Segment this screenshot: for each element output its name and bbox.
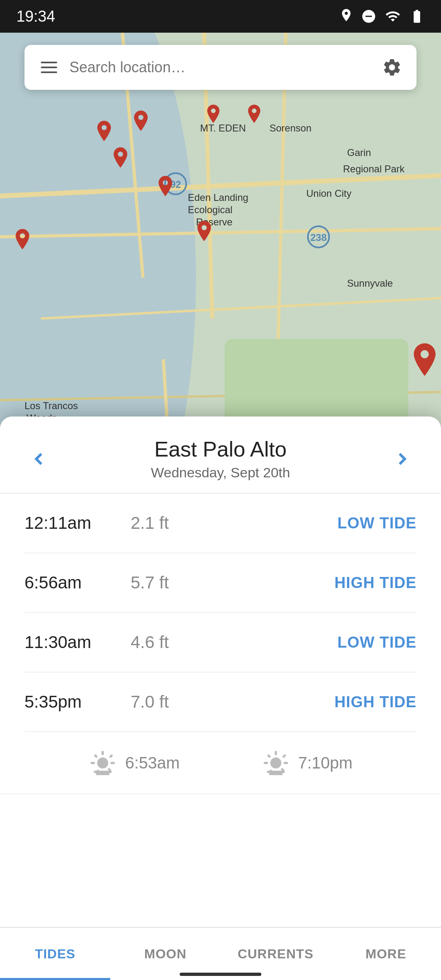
location-date: Wednesday, Sept 20th — [53, 465, 388, 481]
map-marker-5[interactable] — [110, 147, 131, 173]
dnd-status-icon — [361, 9, 376, 24]
map-marker-right[interactable] — [408, 343, 441, 383]
map-marker-1[interactable] — [94, 120, 114, 147]
map-marker-6[interactable] — [155, 176, 176, 202]
status-time: 19:34 — [16, 8, 55, 25]
tide-time-1: 6:56am — [24, 573, 131, 592]
home-indicator — [180, 973, 261, 976]
sunrise-item: 6:53am — [89, 748, 180, 777]
map-label-ecological: Ecological — [188, 204, 232, 216]
map-label-regional: Regional Park — [343, 163, 405, 175]
tab-bar: TIDES MOON CURRENTS MORE — [0, 927, 441, 980]
sunset-time: 7:10pm — [298, 754, 352, 772]
tide-label-3: HIGH TIDE — [334, 693, 416, 711]
tab-currents[interactable]: CURRENTS — [220, 928, 331, 980]
tide-label-2: LOW TIDE — [337, 634, 416, 651]
map-label-union-city: Union City — [306, 188, 352, 199]
sunset-item: 7:10pm — [261, 748, 352, 777]
tide-label-1: HIGH TIDE — [334, 574, 416, 592]
sun-times-row: 6:53am 7:10pm — [0, 732, 441, 794]
map-label-sunnyvale: Sunnyvale — [347, 278, 393, 289]
tide-row-2: 11:30am 4.6 ft LOW TIDE — [24, 613, 416, 673]
tide-height-2: 4.6 ft — [131, 633, 337, 652]
menu-button[interactable] — [37, 55, 61, 80]
tide-time-3: 5:35pm — [24, 692, 131, 712]
search-bar — [24, 45, 416, 90]
tide-height-3: 7.0 ft — [131, 692, 334, 712]
tide-list: 12:11am 2.1 ft LOW TIDE 6:56am 5.7 ft HI… — [0, 494, 441, 732]
bottom-sheet: East Palo Alto Wednesday, Sept 20th 12:1… — [0, 416, 441, 980]
sheet-header: East Palo Alto Wednesday, Sept 20th — [0, 416, 441, 494]
search-input[interactable] — [61, 59, 380, 76]
tide-label-0: LOW TIDE — [337, 514, 416, 532]
location-info: East Palo Alto Wednesday, Sept 20th — [53, 437, 388, 481]
tab-more[interactable]: MORE — [331, 928, 441, 980]
tide-row-0: 12:11am 2.1 ft LOW TIDE — [24, 494, 416, 553]
map-label-los-trancos: Los Trancos — [24, 400, 78, 412]
status-bar: 19:34 — [0, 0, 441, 33]
status-icons — [339, 7, 425, 25]
tide-row-3: 5:35pm 7.0 ft HIGH TIDE — [24, 673, 416, 732]
sunrise-icon — [89, 748, 117, 777]
tide-height-1: 5.7 ft — [131, 573, 334, 592]
tide-time-0: 12:11am — [24, 513, 131, 533]
tide-row-1: 6:56am 5.7 ft HIGH TIDE — [24, 553, 416, 613]
location-name: East Palo Alto — [53, 437, 388, 461]
tide-height-0: 2.1 ft — [131, 513, 337, 533]
map-marker-8[interactable] — [12, 229, 33, 255]
map-label-sorenson: Sorenson — [270, 122, 312, 134]
svg-text:238: 238 — [310, 232, 327, 243]
sunrise-time: 6:53am — [125, 754, 180, 772]
location-status-icon — [339, 7, 354, 25]
tab-tides[interactable]: TIDES — [0, 928, 110, 980]
sunset-icon — [261, 748, 290, 777]
map-marker-7[interactable] — [194, 220, 214, 247]
map-label-eden: Eden Landing — [188, 192, 248, 203]
tide-time-2: 11:30am — [24, 633, 131, 652]
battery-status-icon — [409, 9, 425, 24]
map-label-garin: Garin — [347, 147, 371, 158]
next-button[interactable] — [388, 445, 416, 473]
map-marker-4[interactable] — [245, 104, 263, 128]
tab-moon[interactable]: MOON — [110, 928, 220, 980]
map-marker-2[interactable] — [131, 110, 151, 136]
wifi-status-icon — [384, 9, 402, 24]
settings-button[interactable] — [380, 55, 404, 80]
map-marker-3[interactable] — [204, 104, 223, 128]
prev-button[interactable] — [24, 445, 53, 473]
